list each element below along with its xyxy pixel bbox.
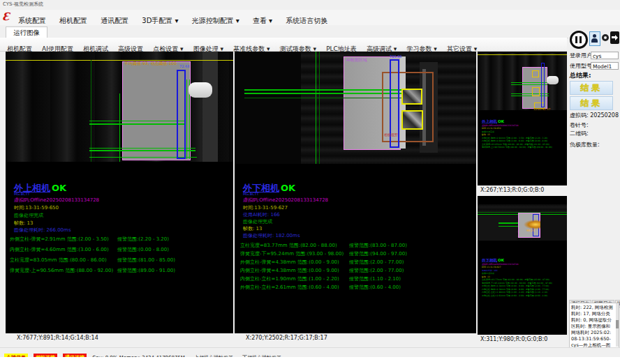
result-badge-upper: 结果 — [570, 81, 613, 95]
log-output-box[interactable]: 耗时: 222, 网络检测耗时: 17, 网络分类耗时: 0, 网络提取分区耗时… — [569, 303, 619, 349]
virtual-code-line: 虚拟码:Offline20250208133134728 — [243, 198, 328, 204]
camera-name: 外下相机 — [482, 258, 497, 263]
menu-system-config[interactable]: 系统配置 — [18, 16, 46, 26]
overlay-blue-gauge — [177, 70, 186, 159]
overlay-green-vline — [91, 60, 91, 162]
alarm-range: 报警范围:(0.60 - 4.00) — [349, 285, 401, 291]
alarm-range: 报警范围:(2.00 - 77.00) — [349, 268, 404, 274]
pixel-readout-mini-upper: X:267;Y:13;R:0;G:0;B:0 — [478, 185, 567, 195]
toolbar: 相机配置 AI使用配置 相机调试 高级设置 点检设置 ▾ 图像处理 ▾ 基准线参… — [0, 38, 567, 52]
overlay-green-vline — [119, 93, 120, 162]
measurement-row: 外侧立柱-立柱=2.61mm 范围:(0.60 - 4.00) — [240, 285, 339, 291]
roi-label: 相机视野 — [384, 133, 398, 137]
measurement-row: 内侧立柱-弹簧=4.60mm 范围:(3.00 - 6.00) — [10, 248, 109, 253]
virtual-code-field: 虚拟码: 20250208 — [570, 113, 619, 119]
overlay-green-hline — [89, 123, 186, 125]
frame-count-line: 帧数: 13 — [14, 221, 34, 227]
pin-number-label: 卷针号: — [570, 123, 589, 129]
camera-name: 外上相机 — [482, 119, 497, 124]
measurement-row: 外侧立柱-弹簧=2.91mm 范围:(2.00 - 3.50) — [10, 237, 109, 243]
ai-region-label: AI检测区域 — [346, 58, 367, 63]
mini-image-lower: 95.24 — [478, 204, 567, 241]
ok-status: OK — [498, 258, 504, 263]
settings-button[interactable] — [601, 33, 610, 43]
overlay-yellow-line — [478, 54, 567, 55]
overlay-blue-value: 723.68 — [390, 55, 402, 59]
overlay-yellow-box — [401, 110, 423, 130]
exit-arrow-icon — [615, 35, 618, 40]
alarm-range: 报警范围:(89.00 - 91.00) — [117, 268, 175, 274]
result-badge-lower: 结果 — [570, 96, 613, 110]
pause-button[interactable] — [570, 31, 588, 49]
pixel-readout-mini-lower: X:311;Y:980;R:0;G:0;B:0 — [478, 335, 567, 344]
log-text: 耗时: 222, 网络检测耗时: 17, 网络分类耗时: 0, 网络提取分区耗时… — [571, 305, 613, 349]
window-title: CYS-视觉检测系统 — [3, 2, 43, 8]
overlay-green-hline — [89, 121, 186, 121]
camera-image-upper: 72.68 平均阈值:93, 动态阈值:100 — [6, 52, 233, 162]
process-done-line: 图像处理完成 — [14, 213, 43, 219]
measurement-row: 内侧立柱-弹簧=4.38mm 范围:(0.00 - 9.00) — [240, 268, 339, 274]
mini-overlay-values: 12.03 62.37 — [533, 108, 550, 111]
ai-elapsed-line: 使用AI耗时: 166 — [243, 213, 280, 218]
virtual-code-line: 虚拟码:Offline20250208133134728 — [14, 198, 99, 204]
stock-count-label: 负极库数量: — [570, 142, 600, 149]
measurement-row: 弹簧宽度-上=90.56mm 范围:(88.00 - 92.00) — [10, 268, 113, 274]
time-line: 时间:13-31-59-650 — [14, 206, 59, 211]
mini-view-lower[interactable]: 95.24 外下相机OK 虚拟码:Offline2025020813313472… — [478, 196, 567, 335]
menu-3d-config[interactable]: 3D手配置 ▾ — [142, 16, 178, 26]
camera-subtitle: MG.BCTT — [14, 192, 30, 197]
alarm-range: 报警范围:(2.20 - 3.20) — [117, 237, 169, 243]
log-scrollbar-thumb[interactable] — [616, 320, 619, 328]
measurement-row: 弹簧宽度-下=95.24mm 范围:(93.00 - 98.00) — [240, 252, 344, 257]
login-user-input[interactable]: cys — [591, 52, 619, 59]
measurement-row: 外侧立柱-弹簧=4.38mm 范围:(0.00 - 9.00) — [240, 260, 339, 266]
menu-camera-config[interactable]: 相机配置 — [59, 16, 87, 26]
ok-status: OK — [498, 119, 504, 124]
alarm-range: 报警范围:(83.00 - 87.00) — [349, 243, 407, 249]
user-icon — [591, 38, 598, 43]
menu-view[interactable]: 查看 ▾ — [253, 16, 272, 26]
log-scrollbar[interactable] — [616, 303, 619, 347]
mini-overlay-values: 95.24 — [526, 229, 534, 232]
alarm-range: 报警范围:(2.00 - 77.00) — [349, 260, 404, 266]
overlay-yellow-box — [532, 87, 540, 96]
menu-comm-config[interactable]: 通讯配置 — [101, 16, 128, 26]
measurement-row: 立柱宽度=83.05mm 范围:(80.00 - 86.00) — [10, 258, 107, 264]
overlay-green-hline — [499, 222, 518, 224]
pause-icon — [580, 36, 582, 43]
user-button[interactable] — [589, 31, 600, 46]
menubar: Ɛ 系统配置 相机配置 通讯配置 3D手配置 ▾ 光源控制配置 ▾ 查看 ▾ 系… — [0, 10, 620, 26]
connector-blob — [547, 76, 559, 84]
exit-button[interactable] — [610, 31, 619, 44]
frame-count-line: 帧数: 13 — [243, 227, 263, 232]
ok-status: OK — [281, 183, 295, 193]
bottom-margin — [0, 357, 620, 364]
user-icon — [593, 34, 596, 38]
pause-icon — [575, 36, 577, 43]
status-bar: 心跳信号 相机连接 通讯连接 Cpu: 0.0% Memory: 3424.41… — [0, 347, 620, 358]
process-done-line: 图像处理完成 — [243, 220, 272, 225]
measurement-row: 立柱宽度=83.77mm 范围:(82.00 - 88.00) — [240, 243, 337, 249]
model-input[interactable]: Model1 — [591, 62, 619, 70]
elapsed-line: 图像处理耗时: 182.00ms — [243, 234, 300, 239]
camera-view-lower[interactable]: 723.68 AI检测区域 相机视野 外下相机OK MG.BCTT 虚拟码:Of… — [235, 52, 476, 333]
menu-language[interactable]: 系统语言切换 — [286, 16, 327, 26]
camera-subtitle: MG.BCTT — [243, 192, 259, 197]
image-dark-band — [235, 52, 301, 164]
measurement-row: 外侧立柱-立柱=2.61mm 范围:(0.60 - 4.00) 报警范围:(0.… — [482, 294, 567, 298]
overlay-yellow-box — [532, 70, 539, 77]
pixel-readout-lower: X:270;Y:2502;R:17;G:17;B:17 — [235, 333, 476, 343]
menu-light-config[interactable]: 光源控制配置 ▾ — [192, 16, 239, 26]
camera-image-lower: 723.68 AI检测区域 相机视野 — [235, 52, 476, 164]
overlay-blue-value: 72.68 — [179, 65, 189, 69]
overlay-blue-gauge — [541, 63, 545, 107]
window-titlebar: CYS-视觉检测系统 — [0, 0, 620, 10]
overlay-yellow-box — [401, 89, 422, 105]
overlay-green-hline — [499, 226, 518, 227]
overlay-yellow-line — [6, 60, 233, 61]
mini-view-upper[interactable]: 12.03 62.37 外上相机OK 虚拟码:Offline2025020813… — [478, 52, 567, 185]
mini-image-upper: 12.03 62.37 — [478, 53, 567, 110]
side-panel: 登录用户: cys 使用型号: Model1 总结果: 结果 结果 虚拟码: 2… — [568, 28, 620, 356]
camera-view-upper[interactable]: 72.68 平均阈值:93, 动态阈值:100 外上相机OK MG.BCTT 虚… — [6, 52, 233, 333]
gear-icon — [602, 34, 609, 41]
